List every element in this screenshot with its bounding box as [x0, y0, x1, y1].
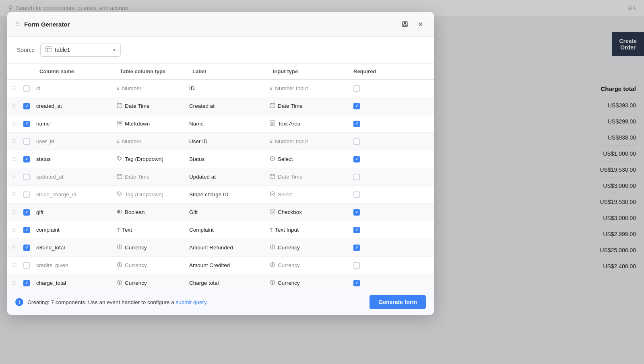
submit-query-link[interactable]: submit query	[175, 299, 206, 305]
required-checkbox[interactable]	[353, 85, 360, 92]
row-checkbox[interactable]	[20, 85, 33, 92]
row-checkbox[interactable]	[20, 245, 33, 251]
row-checkbox[interactable]	[20, 227, 33, 233]
form-generator-modal: ⠿ Form Generator ✕ Source	[7, 12, 434, 315]
label-cell: Name	[186, 119, 266, 128]
required-checkbox[interactable]	[353, 227, 360, 233]
required-cell[interactable]	[347, 84, 387, 93]
required-checkbox[interactable]	[353, 209, 360, 216]
label-cell: ID	[186, 84, 266, 93]
col-name-cell: stripe_charge_id	[33, 190, 114, 199]
row-drag-handle-icon[interactable]: ⠿	[7, 156, 20, 162]
row-drag-handle-icon[interactable]: ⠿	[7, 280, 20, 286]
table-row: ⠿ charge_total Currency Charge total Cur…	[7, 274, 434, 289]
svg-point-21	[270, 156, 275, 161]
col-type-icon	[117, 209, 122, 216]
row-drag-handle-icon[interactable]: ⠿	[7, 191, 20, 198]
modal-header: ⠿ Form Generator ✕	[7, 12, 434, 37]
row-drag-handle-icon[interactable]: ⠿	[7, 103, 20, 109]
modal-drag-handle-icon[interactable]: ⠿	[15, 21, 20, 28]
required-cell[interactable]	[347, 137, 387, 146]
col-type-icon	[117, 156, 122, 162]
generate-form-button[interactable]: Generate form	[369, 295, 426, 309]
input-type-icon	[270, 173, 275, 180]
row-checkbox[interactable]	[20, 174, 33, 180]
required-cell[interactable]	[347, 101, 387, 111]
col-type-cell: Date Time	[114, 101, 186, 111]
input-type-cell: Currency	[266, 260, 347, 270]
col-type-cell: Currency	[114, 260, 186, 270]
required-checkbox[interactable]	[353, 280, 360, 286]
required-cell[interactable]	[347, 119, 387, 129]
input-type-cell: Select	[266, 189, 347, 199]
required-checkbox[interactable]	[353, 245, 360, 251]
row-drag-handle-icon[interactable]: ⠿	[7, 174, 20, 180]
row-drag-handle-icon[interactable]: ⠿	[7, 262, 20, 269]
col-name-header: Column name	[36, 67, 117, 76]
row-checkbox-input[interactable]	[23, 280, 30, 286]
required-cell[interactable]	[347, 172, 387, 182]
row-drag-handle-icon[interactable]: ⠿	[7, 245, 20, 251]
required-cell[interactable]	[347, 208, 387, 217]
row-checkbox[interactable]	[20, 262, 33, 269]
table-row: ⠿ created_at Date Time Created at Date T…	[7, 97, 434, 115]
required-checkbox[interactable]	[353, 156, 360, 162]
row-checkbox[interactable]	[20, 121, 33, 127]
row-checkbox[interactable]	[20, 191, 33, 198]
row-checkbox[interactable]	[20, 138, 33, 145]
col-type-header: Table column type	[117, 67, 189, 76]
source-select[interactable]: table1 ▾	[40, 43, 121, 57]
required-cell[interactable]	[347, 243, 387, 253]
row-checkbox[interactable]	[20, 209, 33, 216]
row-checkbox-input[interactable]	[23, 174, 30, 180]
table-row: ⠿ refund_total Currency Amount Refunded …	[7, 239, 434, 257]
required-cell[interactable]	[347, 278, 387, 288]
row-checkbox-input[interactable]	[23, 262, 30, 269]
required-checkbox[interactable]	[353, 191, 360, 198]
label-cell: Complaint	[186, 225, 266, 234]
required-checkbox[interactable]	[353, 174, 360, 180]
required-cell[interactable]	[347, 190, 387, 199]
row-drag-handle-icon[interactable]: ⠿	[7, 209, 20, 216]
required-checkbox[interactable]	[353, 138, 360, 145]
row-checkbox-input[interactable]	[23, 191, 30, 198]
row-checkbox-input[interactable]	[23, 156, 30, 162]
row-checkbox-input[interactable]	[23, 121, 30, 127]
row-checkbox-input[interactable]	[23, 245, 30, 251]
row-checkbox[interactable]	[20, 280, 33, 286]
required-checkbox[interactable]	[353, 262, 360, 269]
row-checkbox[interactable]	[20, 103, 33, 109]
col-type-icon	[117, 262, 122, 269]
row-checkbox-input[interactable]	[23, 209, 30, 216]
input-type-cell: T Text Input	[266, 225, 347, 234]
row-checkbox[interactable]	[20, 156, 33, 162]
required-cell[interactable]	[347, 261, 387, 270]
row-drag-handle-icon[interactable]: ⠿	[7, 85, 20, 92]
save-button[interactable]	[399, 19, 411, 30]
label-cell: Charge total	[186, 278, 266, 288]
row-drag-handle-icon[interactable]: ⠿	[7, 138, 20, 145]
input-type-cell: Currency	[266, 243, 347, 253]
col-type-cell: Tag (Dropdown)	[114, 189, 186, 199]
row-drag-handle-icon[interactable]: ⠿	[7, 227, 20, 233]
row-checkbox-input[interactable]	[23, 138, 30, 145]
col-name-cell: status	[33, 154, 114, 164]
row-checkbox-input[interactable]	[23, 85, 30, 92]
table-row: ⠿ complaint T Text Complaint T Text Inpu…	[7, 221, 434, 239]
required-cell[interactable]	[347, 154, 387, 164]
svg-rect-11	[270, 103, 275, 108]
row-checkbox-input[interactable]	[23, 103, 30, 109]
required-header: Required	[350, 67, 390, 76]
input-type-cell: Date Time	[266, 101, 347, 111]
required-checkbox[interactable]	[353, 103, 360, 109]
required-cell[interactable]	[347, 225, 387, 235]
table-row: ⠿ stripe_charge_id Tag (Dropdown) Stripe…	[7, 186, 434, 204]
close-button[interactable]: ✕	[415, 19, 426, 30]
svg-rect-1	[404, 22, 406, 24]
row-checkbox-input[interactable]	[23, 227, 30, 233]
table-row: ⠿ id # Number ID # Number Input	[7, 80, 434, 97]
col-type-icon: T	[117, 227, 120, 233]
required-checkbox[interactable]	[353, 121, 360, 127]
footer-info-text: Creating: 7 components. Use an event han…	[27, 299, 175, 305]
row-drag-handle-icon[interactable]: ⠿	[7, 121, 20, 127]
